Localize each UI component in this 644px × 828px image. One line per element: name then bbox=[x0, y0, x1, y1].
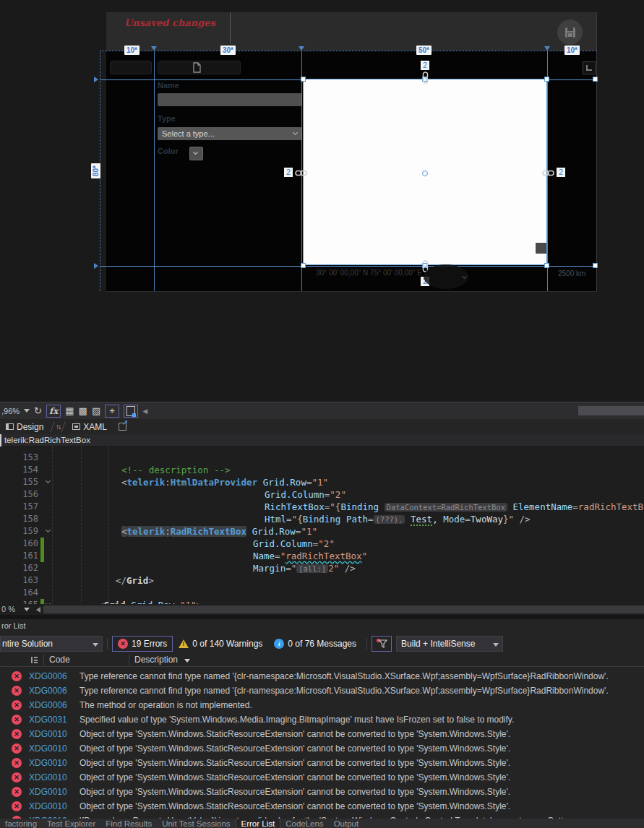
error-row[interactable]: ✕XDG0010Object of type 'System.Windows.S… bbox=[0, 785, 644, 799]
column-marker-triangle[interactable] bbox=[299, 46, 304, 51]
error-code[interactable]: XDG0010 bbox=[29, 756, 67, 770]
selection-handle-bottom-right[interactable] bbox=[544, 263, 549, 268]
layout-corner-icon[interactable] bbox=[583, 61, 596, 74]
code-text[interactable]: <!-- description --> bbox=[121, 464, 231, 476]
show-grid-icon[interactable]: ▦ bbox=[65, 405, 74, 418]
error-code[interactable]: XDG0006 bbox=[29, 683, 67, 698]
bottom-tab-unit-test-sessions[interactable]: Unit Test Sessions bbox=[157, 819, 235, 828]
error-code[interactable]: XDG0010 bbox=[29, 741, 67, 756]
bottom-tab-codelens[interactable]: CodeLens bbox=[280, 819, 328, 828]
error-row[interactable]: ✕XDG0010'{DependencyProperty.UnsetValue}… bbox=[0, 814, 644, 819]
selection-handle-row-right-2[interactable] bbox=[593, 263, 598, 268]
code-line-153[interactable]: 153 bbox=[0, 452, 644, 464]
bottom-tab-error-list[interactable]: Error List bbox=[236, 819, 281, 828]
messages-filter-button[interactable]: i 0 of 76 Messages bbox=[268, 636, 362, 652]
code-text[interactable]: <telerik:HtmlDataProvider Grid.Row="1" bbox=[121, 476, 328, 488]
snap-grid-icon[interactable]: ▩ bbox=[79, 405, 87, 418]
code-text[interactable]: </Grid> bbox=[116, 574, 154, 587]
selection-handle-row-right[interactable] bbox=[593, 77, 598, 82]
editor-zoom-value[interactable]: 0 % bbox=[1, 605, 15, 613]
bottom-tab-test-explorer[interactable]: Test Explorer bbox=[42, 819, 100, 828]
column-width-chip-1[interactable]: 30* bbox=[220, 46, 236, 55]
error-code[interactable]: XDG0010 bbox=[29, 814, 67, 819]
code-text[interactable]: <telerik:RadRichTextBox Grid.Row="1" bbox=[121, 525, 317, 538]
add-file-icon[interactable] bbox=[192, 62, 202, 73]
code-text[interactable]: Grid.Column="2" bbox=[253, 538, 335, 550]
error-row[interactable]: ✕XDG0006The method or operation is not i… bbox=[0, 698, 644, 712]
scope-dropdown[interactable]: ntire Solution bbox=[0, 636, 103, 652]
collapse-chevron-icon[interactable] bbox=[46, 478, 51, 483]
scroll-left-icon[interactable] bbox=[36, 607, 40, 613]
xaml-design-surface[interactable]: Unsaved changes Name Type bbox=[0, 0, 644, 402]
refresh-icon[interactable]: ↻ bbox=[34, 405, 42, 418]
code-line-156[interactable]: 156Grid.Column="2" bbox=[0, 488, 644, 501]
source-dropdown[interactable]: Build + IntelliSense bbox=[396, 636, 503, 652]
error-row[interactable]: ✕XDG0010Object of type 'System.Windows.S… bbox=[0, 756, 644, 770]
bottom-tab-output[interactable]: Output bbox=[329, 819, 364, 828]
selection-handle-bottom-left[interactable] bbox=[301, 263, 306, 268]
row-height-chip[interactable]: 80* bbox=[91, 163, 100, 178]
code-text[interactable]: Grid.Column="2" bbox=[265, 488, 346, 501]
resize-grip[interactable] bbox=[536, 243, 546, 254]
document-outline-breadcrumb[interactable]: telerik:RadRichTextBox bbox=[0, 434, 644, 447]
snap-to-snaplines-button[interactable]: ⌖ bbox=[105, 405, 119, 418]
error-code[interactable]: XDG0031 bbox=[29, 712, 67, 727]
warnings-filter-button[interactable]: 0 of 140 Warnings bbox=[173, 636, 268, 652]
column-width-chip-0[interactable]: 10* bbox=[124, 46, 139, 55]
code-line-163[interactable]: 163</Grid> bbox=[0, 574, 644, 587]
show-annotations-button[interactable] bbox=[124, 405, 138, 418]
code-line-161[interactable]: 161Name="radRichTextBox" bbox=[0, 550, 644, 562]
column-separator[interactable] bbox=[43, 655, 44, 665]
column-width-chip-2[interactable]: 50* bbox=[416, 46, 432, 55]
code-line-160[interactable]: 160Grid.Column="2" bbox=[0, 538, 644, 550]
editor-horizontal-scrollbar[interactable] bbox=[43, 605, 644, 613]
grid-column-line-1[interactable] bbox=[154, 51, 155, 291]
code-line-157[interactable]: 157RichTextBox="{Binding DataContext=Rad… bbox=[0, 501, 644, 513]
code-line-158[interactable]: 158Html="{Binding Path=(???). Test, Mode… bbox=[0, 513, 644, 525]
save-button[interactable] bbox=[557, 20, 583, 45]
chain-link-icon-top[interactable] bbox=[421, 72, 430, 84]
description-column-header[interactable]: Description bbox=[134, 655, 190, 665]
tab-xaml[interactable]: XAML bbox=[66, 419, 113, 434]
code-text[interactable]: Margin="[all:]2" /> bbox=[253, 562, 356, 575]
anchor-point-icon[interactable] bbox=[422, 171, 428, 176]
error-code[interactable]: XDG0006 bbox=[29, 669, 67, 683]
code-line-154[interactable]: 154<!-- description --> bbox=[0, 464, 644, 476]
severity-column-icon[interactable] bbox=[30, 656, 38, 664]
errors-filter-button[interactable]: ✕ 19 Errors bbox=[112, 636, 173, 652]
code-line-164[interactable]: 164 bbox=[0, 587, 644, 599]
chain-link-icon-left[interactable] bbox=[295, 168, 307, 178]
margin-chip-top[interactable]: 2 bbox=[421, 61, 429, 70]
selection-handle-top-right[interactable] bbox=[544, 77, 549, 82]
collapse-chevron-icon[interactable] bbox=[46, 527, 51, 532]
margin-chip-left[interactable]: 2 bbox=[284, 168, 293, 177]
error-code[interactable]: XDG0010 bbox=[29, 770, 67, 785]
collapse-left-icon[interactable]: ◀ bbox=[142, 405, 147, 418]
error-code[interactable]: XDG0010 bbox=[29, 727, 67, 741]
grid-row-line-2[interactable] bbox=[100, 266, 597, 267]
color-combobox[interactable] bbox=[189, 147, 203, 160]
designer-horizontal-scrollbar[interactable] bbox=[578, 406, 644, 415]
code-text[interactable]: Name="radRichTextBox" bbox=[253, 550, 367, 562]
error-code[interactable]: XDG0006 bbox=[29, 698, 67, 712]
selection-handle-top-left[interactable] bbox=[301, 77, 306, 82]
swap-panes-icon[interactable]: ↑↓ bbox=[56, 423, 60, 431]
zoom-dropdown-arrow-icon[interactable] bbox=[24, 409, 30, 413]
error-row[interactable]: ✕XDG0006Type reference cannot find type … bbox=[0, 683, 644, 698]
column-marker-triangle[interactable] bbox=[151, 46, 157, 51]
code-line-155[interactable]: 155<telerik:HtmlDataProvider Grid.Row="1… bbox=[0, 476, 644, 488]
xaml-code-editor[interactable]: 153154<!-- description -->155<telerik:Ht… bbox=[0, 447, 644, 605]
snapline-icon[interactable]: ▨ bbox=[92, 405, 100, 418]
error-row[interactable]: ✕XDG0010Object of type 'System.Windows.S… bbox=[0, 799, 644, 814]
code-text[interactable]: RichTextBox="{Binding DataContext=RadRic… bbox=[265, 501, 644, 514]
code-line-162[interactable]: 162Margin="[all:]2" /> bbox=[0, 562, 644, 574]
code-line-159[interactable]: 159<telerik:RadRichTextBox Grid.Row="1" bbox=[0, 525, 644, 538]
designer-zoom-value[interactable]: ,96% bbox=[1, 405, 20, 418]
bottom-tab-find-results[interactable]: Find Results bbox=[100, 819, 157, 828]
bottom-tab-factoring[interactable]: factoring bbox=[0, 819, 42, 828]
filter-button[interactable] bbox=[372, 636, 392, 652]
error-row[interactable]: ✕XDG0031Specified value of type 'System.… bbox=[0, 712, 644, 727]
column-separator[interactable] bbox=[129, 655, 129, 665]
editor-zoom-dropdown-icon[interactable] bbox=[24, 608, 30, 611]
name-textbox[interactable] bbox=[158, 93, 302, 106]
